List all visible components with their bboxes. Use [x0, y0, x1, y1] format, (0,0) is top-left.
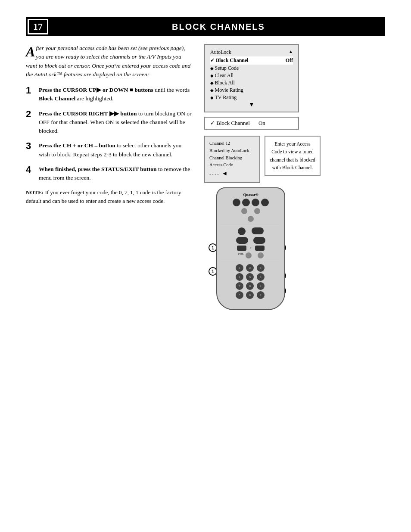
step-2-bold: Press the CURSOR RIGHT ▶▶ button: [39, 110, 137, 117]
step-2-text: Press the CURSOR RIGHT ▶▶ button to turn…: [39, 109, 194, 136]
menu-block-channel-label: ✓ Block Channel: [210, 57, 249, 64]
block-channel-bar-label: ✓ Block Channel: [210, 120, 250, 127]
remote-top-buttons: [221, 199, 281, 206]
menu-block-channel-value: Off: [286, 57, 293, 64]
drop-cap: A: [26, 45, 35, 59]
remote-ff-btn: [253, 237, 265, 244]
right-column: AutoLock ▲ ✓ Block Channel Off Setup Cod…: [204, 44, 385, 310]
intro-paragraph: A fter your personal access code has bee…: [26, 44, 194, 79]
section-title: Block Channels: [52, 19, 385, 34]
menu-clear-all: Clear All: [210, 72, 293, 79]
step-1: 1 Press the CURSOR UP▶ or DOWN ■ buttons…: [26, 86, 194, 103]
remote-num-2: 2: [246, 264, 254, 272]
remote-vol-plus: [258, 252, 264, 258]
remote-rec-btn: [238, 227, 246, 235]
remote-tv-vcr-row: [221, 208, 281, 214]
remote-container: 1 4 1 2 3 Quasar®: [204, 187, 290, 310]
remote-num-7: 7: [236, 282, 243, 290]
remote-ch-plus: [237, 246, 246, 251]
remote-btn-4: [261, 199, 269, 206]
remote-ffrew-row: [221, 237, 281, 244]
remote-btn-2: [242, 199, 250, 206]
menu-setup-code: Setup Code: [210, 65, 293, 72]
step-2-number: 2: [26, 109, 35, 119]
step-1-bold-1: Press the CURSOR UP▶ or DOWN ■ buttons: [39, 87, 153, 93]
channel-line5: - - - - ◄: [209, 169, 255, 178]
remote-rew-btn: [236, 237, 248, 244]
note-text: If you ever forget your code, the 0, 7, …: [26, 189, 181, 204]
remote-badge-1-bot: 1: [209, 267, 217, 276]
section-number: 17: [28, 19, 48, 34]
channel-screen: Channel 12 Blocked by AutoLock Channel B…: [204, 136, 260, 183]
remote-vcr-btn: [254, 208, 260, 214]
step-3-number: 3: [26, 141, 35, 151]
block-channel-bar-value: On: [258, 120, 265, 127]
main-content: A fter your personal access code has bee…: [26, 44, 385, 310]
menu-movie-rating: Movie Rating: [210, 87, 293, 94]
remote-divider-2: [221, 261, 281, 261]
remote-num-9: 9: [257, 282, 265, 290]
remote-btn-1: [233, 199, 240, 206]
remote-brand: Quasar®: [221, 193, 281, 197]
menu-autolock-label: AutoLock: [210, 49, 231, 56]
step-4-number: 4: [26, 165, 35, 174]
channel-line3: Channel Blocking: [209, 155, 255, 162]
remote-num-4: 4: [236, 273, 243, 281]
remote-btn-3: [252, 199, 259, 206]
menu-screenshot: AutoLock ▲ ✓ Block Channel Off Setup Cod…: [204, 44, 299, 112]
step-3-text: Press the CH + or CH – button to select …: [39, 141, 194, 159]
remote-vol-label: VOL: [238, 252, 244, 258]
second-row: Channel 12 Blocked by AutoLock Channel B…: [204, 136, 321, 183]
menu-block-all: Block All: [210, 79, 293, 87]
section-header: 17 Block Channels: [26, 17, 385, 36]
menu-row-autolock: AutoLock ▲: [210, 48, 293, 56]
remote-num-1: 1: [236, 264, 243, 272]
menu-autolock-arrow: ▲: [289, 49, 293, 56]
channel-line4: Access Code: [209, 162, 255, 169]
access-code-text: Enter your Access Code to view a tuned c…: [270, 141, 315, 170]
step-3: 3 Press the CH + or CH – button to selec…: [26, 141, 194, 159]
remote-vol-minus: [246, 252, 252, 258]
note: NOTE: If you ever forget your code, the …: [26, 188, 194, 205]
step-4-text: When finished, press the STATUS/EXIT but…: [39, 165, 194, 183]
page: 17 Block Channels A fter your personal a…: [0, 0, 411, 532]
left-column: A fter your personal access code has bee…: [26, 44, 194, 310]
remote-num-8: 8: [246, 282, 254, 290]
menu-tv-rating: TV Rating: [210, 94, 293, 101]
block-channel-bar: ✓ Block Channel On: [204, 117, 299, 130]
intro-text: fter your personal access code has been …: [26, 45, 190, 78]
remote-ch-minus: [255, 246, 265, 251]
menu-scroll-arrow: ▼: [210, 101, 293, 108]
remote-num-6: 6: [257, 273, 265, 281]
remote-vol-row: VOL: [221, 252, 281, 258]
remote-tv-btn: [241, 208, 247, 214]
step-1-bold-2: Block Channel: [39, 95, 75, 102]
remote-aux-row: [221, 216, 281, 222]
step-3-bold: Press the CH + or CH – button: [39, 142, 115, 149]
steps-list: 1 Press the CURSOR UP▶ or DOWN ■ buttons…: [26, 86, 194, 182]
remote-num-0: 0: [246, 291, 254, 299]
channel-arrow: ◄: [222, 169, 228, 178]
channel-line2: Blocked by AutoLock: [209, 147, 255, 155]
step-2: 2 Press the CURSOR RIGHT ▶▶ button to tu…: [26, 109, 194, 136]
menu-row-block-channel: ✓ Block Channel Off: [210, 56, 293, 65]
channel-line1: Channel 12: [209, 140, 255, 147]
step-1-text: Press the CURSOR UP▶ or DOWN ■ buttons u…: [39, 86, 194, 103]
remote-chvol-row: +: [221, 246, 281, 251]
step-1-number: 1: [26, 86, 35, 95]
note-label: NOTE:: [26, 189, 44, 196]
remote-num-3: 3: [257, 264, 265, 272]
remote-badge-1-top: 1: [209, 243, 217, 252]
remote-power-btn: [252, 227, 264, 234]
remote-divider-1: [221, 224, 281, 225]
remote-num-hash: #: [257, 291, 265, 299]
remote-num-5: 5: [246, 273, 254, 281]
step-4: 4 When finished, press the STATUS/EXIT b…: [26, 165, 194, 183]
access-code-box: Enter your Access Code to view a tuned c…: [265, 136, 321, 176]
step-4-bold: When finished, press the STATUS/EXIT but…: [39, 166, 157, 172]
remote-aux-btn: [248, 216, 254, 222]
remote-number-pad: 1 2 3 4 5 6 7 8 9 * 0 #: [236, 264, 266, 299]
remote-rec-row: [221, 227, 281, 235]
remote-num-star: *: [236, 291, 243, 299]
remote-control: Quasar®: [216, 187, 285, 310]
